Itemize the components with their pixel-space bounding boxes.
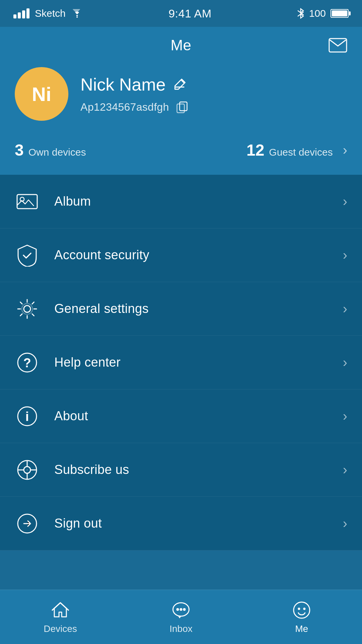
- header: Me Ni Nick Name Ap12345: [0, 27, 362, 175]
- svg-rect-3: [180, 102, 187, 111]
- nav-item-me[interactable]: Me: [241, 590, 362, 644]
- gear-icon: [15, 297, 40, 321]
- menu-chevron-subscribe-us: ›: [343, 462, 347, 477]
- mail-button[interactable]: [328, 38, 347, 53]
- menu-chevron-general-settings: ›: [343, 301, 347, 316]
- menu-chevron-account-security: ›: [343, 248, 347, 263]
- copy-id-button[interactable]: [176, 101, 188, 113]
- profile-section: Ni Nick Name Ap1234567asdfgh: [15, 67, 347, 121]
- status-bar: Sketch 9:41 AM 100: [0, 0, 362, 27]
- own-devices: 3 Own devices: [15, 141, 86, 159]
- menu-section: Album › Account security › General setti…: [0, 175, 362, 550]
- face-icon: [292, 600, 312, 620]
- menu-label-sign-out: Sign out: [54, 516, 328, 531]
- svg-point-26: [298, 607, 300, 610]
- menu-item-help-center[interactable]: ? Help center ›: [0, 336, 362, 389]
- menu-label-subscribe-us: Subscribe us: [54, 463, 328, 477]
- menu-item-subscribe-us[interactable]: Subscribe us ›: [0, 443, 362, 497]
- menu-item-account-security[interactable]: Account security ›: [0, 228, 362, 282]
- status-left: Sketch: [13, 8, 83, 19]
- bottom-nav: Devices Inbox Me: [0, 590, 362, 644]
- info-icon: i: [15, 404, 40, 429]
- status-time: 9:41 AM: [169, 7, 212, 20]
- menu-item-sign-out[interactable]: Sign out ›: [0, 497, 362, 550]
- guest-devices: 12 Guest devices: [246, 141, 333, 159]
- shield-check-icon: [15, 243, 40, 268]
- edit-profile-button[interactable]: [172, 77, 187, 92]
- nav-item-devices[interactable]: Devices: [0, 590, 121, 644]
- avatar: Ni: [15, 67, 68, 121]
- nav-label-inbox: Inbox: [170, 624, 193, 634]
- svg-text:i: i: [25, 410, 29, 424]
- profile-name-row: Nick Name: [80, 74, 347, 95]
- battery-icon: [330, 9, 349, 18]
- profile-name: Nick Name: [80, 74, 166, 95]
- svg-rect-4: [177, 104, 184, 113]
- svg-text:?: ?: [23, 356, 31, 370]
- signout-icon: [15, 511, 40, 536]
- nav-item-inbox[interactable]: Inbox: [121, 590, 241, 644]
- menu-chevron-album: ›: [343, 194, 347, 209]
- devices-row[interactable]: 3 Own devices 12 Guest devices ›: [15, 138, 347, 161]
- svg-rect-1: [329, 39, 347, 52]
- profile-id-row: Ap1234567asdfgh: [80, 101, 347, 113]
- menu-item-general-settings[interactable]: General settings ›: [0, 282, 362, 336]
- guest-devices-count: 12: [246, 141, 264, 159]
- chat-icon: [171, 600, 191, 620]
- page-title: Me: [171, 37, 191, 54]
- menu-label-general-settings: General settings: [54, 302, 328, 316]
- own-devices-count: 3: [15, 141, 24, 159]
- help-icon: ?: [15, 350, 40, 375]
- mail-icon: [328, 38, 347, 53]
- own-devices-label: Own devices: [28, 147, 86, 158]
- svg-point-15: [27, 470, 27, 470]
- menu-chevron-about: ›: [343, 409, 347, 424]
- wifi-icon: [71, 9, 83, 18]
- profile-info: Nick Name Ap1234567asdfgh: [80, 74, 347, 113]
- bluetooth-icon: [297, 8, 304, 19]
- menu-chevron-help-center: ›: [343, 355, 347, 370]
- nav-label-devices: Devices: [44, 624, 77, 634]
- menu-label-help-center: Help center: [54, 355, 328, 370]
- battery-percent: 100: [309, 8, 326, 19]
- image-icon: [15, 189, 40, 214]
- svg-point-23: [180, 608, 182, 611]
- menu-item-about[interactable]: i About ›: [0, 389, 362, 443]
- edit-icon: [172, 77, 187, 92]
- menu-chevron-sign-out: ›: [343, 516, 347, 531]
- menu-label-account-security: Account security: [54, 248, 328, 262]
- menu-label-about: About: [54, 409, 328, 423]
- guest-devices-label: Guest devices: [269, 147, 333, 158]
- svg-point-27: [303, 607, 306, 610]
- subscribe-icon: [15, 458, 40, 482]
- signal-icon: [13, 8, 29, 18]
- status-right: 100: [297, 8, 349, 19]
- svg-point-0: [76, 16, 78, 18]
- menu-label-album: Album: [54, 194, 328, 209]
- svg-point-22: [176, 608, 179, 611]
- copy-icon: [176, 101, 188, 113]
- carrier-label: Sketch: [35, 8, 66, 19]
- home-icon: [50, 600, 70, 620]
- header-title-row: Me: [15, 37, 347, 54]
- svg-point-7: [24, 306, 31, 312]
- svg-point-25: [294, 602, 310, 618]
- menu-item-album[interactable]: Album ›: [0, 175, 362, 228]
- nav-label-me: Me: [295, 624, 308, 634]
- guest-devices-chevron: ›: [343, 143, 347, 158]
- svg-point-24: [183, 608, 186, 611]
- profile-id: Ap1234567asdfgh: [80, 101, 169, 113]
